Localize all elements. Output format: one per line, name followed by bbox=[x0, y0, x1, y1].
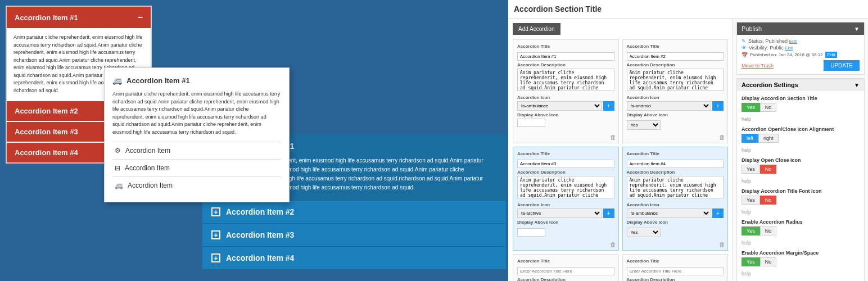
title-font-help[interactable]: help bbox=[742, 209, 751, 215]
move-to-trash-button[interactable]: Move to Trash bbox=[742, 63, 774, 69]
eye-icon: 👁 bbox=[742, 45, 747, 51]
grid-icon: ⊟ bbox=[115, 164, 120, 172]
form1-delete-btn[interactable]: 🗑 bbox=[610, 134, 616, 140]
publish-date-row: 📅 Published on: Jan 24, 2018 @ 08:12 Edi… bbox=[742, 52, 860, 58]
radius-no-btn[interactable]: No bbox=[760, 226, 777, 235]
form4-title-label: Accordion Title bbox=[627, 151, 724, 156]
popup-body-text: Anim pariatur cliche reprehenderit, enim… bbox=[112, 90, 281, 136]
form1-display-input[interactable] bbox=[517, 119, 545, 127]
red-acc-item1-header[interactable]: Accordion Item #1 − bbox=[7, 7, 151, 28]
open-close-no-btn[interactable]: No bbox=[760, 165, 777, 174]
form2-delete-btn[interactable]: 🗑 bbox=[719, 134, 725, 140]
setting-margin: Enable Accordion Margin/Space Yes No hel… bbox=[742, 250, 860, 278]
popup-item-1[interactable]: ⚙ Accordion Item bbox=[112, 142, 281, 159]
acc-form-5: Accordion Title Accordion Description bbox=[513, 254, 619, 281]
add-accordion-button[interactable]: Add Accordion bbox=[513, 23, 560, 35]
form2-desc-input[interactable]: Anim pariatur cliche reprehenderit, enim… bbox=[627, 69, 724, 91]
blue-plus-icon-3: + bbox=[211, 230, 220, 239]
truck-icon: 🚐 bbox=[115, 182, 123, 189]
popup-title: Accordion Item #1 bbox=[126, 76, 190, 85]
form1-desc-label: Accordion Description bbox=[517, 62, 614, 67]
acc-form-6: Accordion Title Accordion Description bbox=[622, 254, 729, 281]
form3-desc-input[interactable]: Anim pariatur cliche reprehenderit, enim… bbox=[517, 176, 614, 198]
form5-title-input[interactable] bbox=[517, 267, 614, 275]
margin-no-btn[interactable]: No bbox=[760, 257, 777, 266]
form2-title-input[interactable] bbox=[627, 52, 724, 61]
form4-title-input[interactable] bbox=[627, 160, 724, 168]
setting-alignment: Accordion Open/Close Icon Alignment left… bbox=[742, 126, 860, 154]
blue-acc-item2-title: Accordion Item #2 bbox=[226, 207, 294, 216]
section-title-bar: Accordion Section Title bbox=[508, 0, 868, 19]
acc-form-2: Accordion Title Accordion Description An… bbox=[622, 39, 729, 143]
form6-title-input[interactable] bbox=[627, 267, 724, 275]
form4-icon-select[interactable]: fa-ambulance bbox=[627, 209, 712, 218]
chevron-down-icon: ▼ bbox=[854, 26, 860, 32]
open-close-help[interactable]: help bbox=[742, 178, 751, 184]
accordion-settings-body: Display Accordion Section Title Yes No h… bbox=[737, 91, 864, 281]
form5-desc-label: Accordion Description bbox=[517, 277, 614, 281]
open-close-yes-btn[interactable]: Yes bbox=[742, 165, 760, 174]
publish-actions-row: Move to Trash UPDATE bbox=[742, 60, 860, 71]
display-section-help[interactable]: help bbox=[742, 116, 751, 122]
accordion-settings-box: Accordion Settings ▼ Display Accordion S… bbox=[736, 78, 865, 281]
form1-icon-select[interactable]: fa-ambulance bbox=[517, 101, 602, 111]
form2-desc-label: Accordion Description bbox=[627, 62, 724, 67]
form1-desc-input[interactable]: Anim pariatur cliche reprehenderit, enim… bbox=[517, 69, 614, 91]
display-section-yes-btn[interactable]: Yes bbox=[742, 103, 760, 112]
alignment-help[interactable]: help bbox=[742, 147, 751, 153]
form3-icon-select[interactable]: fa-archive bbox=[517, 209, 602, 218]
blue-acc-item2[interactable]: + Accordion Item #2 bbox=[202, 200, 506, 223]
publish-date: Published on: Jan 24, 2018 @ 08:12 bbox=[750, 52, 823, 57]
form2-display-select[interactable]: Yes bbox=[627, 120, 661, 130]
form4-desc-input[interactable]: Anim pariatur cliche reprehenderit, enim… bbox=[627, 176, 724, 198]
title-font-no-btn[interactable]: No bbox=[760, 196, 777, 205]
form4-icon-label: Accordion Icon bbox=[627, 202, 724, 207]
margin-help[interactable]: help bbox=[742, 271, 751, 277]
display-section-no-btn[interactable]: No bbox=[760, 103, 777, 112]
form1-title-label: Accordion Title bbox=[517, 44, 614, 49]
popup-title-row: 🚐 Accordion Item #1 bbox=[112, 76, 281, 85]
alignment-right-btn[interactable]: right bbox=[758, 134, 779, 143]
alignment-label: Accordion Open/Close Icon Alignment bbox=[742, 126, 860, 132]
form4-icon-btn[interactable]: + bbox=[712, 209, 724, 218]
form3-title-input[interactable] bbox=[517, 160, 614, 168]
blue-acc-item4-title: Accordion Item #4 bbox=[226, 253, 294, 262]
form2-display-label: Display Above Icon bbox=[627, 112, 724, 117]
form2-icon-select[interactable]: fa-android bbox=[627, 101, 712, 111]
publish-status-row: ✎ Status: Published Edit bbox=[742, 38, 860, 44]
middle-popup: 🚐 Accordion Item #1 Anim pariatur cliche… bbox=[104, 67, 290, 202]
acc-form-4: Accordion Title Accordion Description An… bbox=[622, 147, 729, 251]
popup-item3-label: Accordion Item bbox=[128, 182, 173, 189]
form4-display-select[interactable]: Yes bbox=[627, 228, 661, 237]
form3-delete-btn[interactable]: 🗑 bbox=[610, 241, 616, 248]
blue-acc-item4[interactable]: + Accordion Item #4 bbox=[202, 246, 506, 269]
form3-display-input[interactable] bbox=[517, 228, 545, 237]
accordion-settings-title: Accordion Settings bbox=[742, 81, 798, 88]
popup-item-2[interactable]: ⊟ Accordion Item bbox=[112, 159, 281, 176]
alignment-left-btn[interactable]: left bbox=[742, 134, 758, 143]
popup-item-3[interactable]: 🚐 Accordion Item bbox=[112, 176, 281, 194]
form1-display-label: Display Above Icon bbox=[517, 112, 614, 117]
title-font-yes-btn[interactable]: Yes bbox=[742, 196, 760, 205]
popup-item2-label: Accordion Item bbox=[125, 164, 170, 172]
minus-icon: − bbox=[138, 12, 143, 22]
accordion-settings-header[interactable]: Accordion Settings ▼ bbox=[737, 79, 864, 91]
margin-yes-btn[interactable]: Yes bbox=[742, 257, 760, 266]
form2-icon-label: Accordion Icon bbox=[627, 95, 724, 100]
form1-icon-btn[interactable]: + bbox=[603, 101, 614, 111]
blue-acc-item3-title: Accordion Item #3 bbox=[226, 230, 294, 239]
form3-icon-btn[interactable]: + bbox=[603, 209, 614, 218]
form2-icon-btn[interactable]: + bbox=[712, 101, 724, 111]
form4-display-label: Display Above Icon bbox=[627, 220, 724, 225]
blue-acc-item3[interactable]: + Accordion Item #3 bbox=[202, 223, 506, 246]
form1-title-input[interactable] bbox=[517, 52, 614, 61]
publish-status: Status: Published Edit bbox=[748, 38, 797, 44]
open-close-icon-label: Display Open Close Icon bbox=[742, 157, 860, 163]
radius-yes-btn[interactable]: Yes bbox=[742, 226, 760, 235]
form4-delete-btn[interactable]: 🗑 bbox=[719, 241, 725, 248]
radius-help[interactable]: help bbox=[742, 240, 751, 246]
form6-desc-label: Accordion Description bbox=[627, 277, 724, 281]
acc-form-1: Accordion Title Accordion Description An… bbox=[513, 39, 619, 143]
publish-edit-link[interactable]: Edit bbox=[825, 52, 838, 58]
update-button[interactable]: UPDATE bbox=[824, 60, 860, 71]
